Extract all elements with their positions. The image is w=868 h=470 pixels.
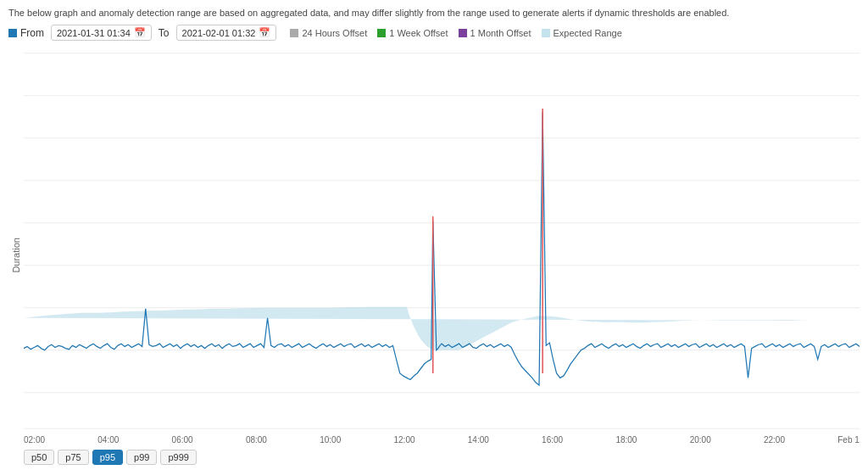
legend-color-box — [377, 29, 386, 37]
from-date-input[interactable]: 2021-01-31 01:34 📅 — [51, 25, 152, 41]
chart-svg: 0.26 0.24 0.22 0.20 0.18 0.16 0.14 0.12 … — [24, 46, 860, 434]
legend-label: Expected Range — [554, 28, 622, 38]
chart-area: Duration 0.26 0.24 — [8, 46, 860, 465]
x-tick: 04:00 — [97, 435, 119, 445]
x-axis-ticks: 02:0004:0006:0008:0010:0012:0014:0016:00… — [24, 434, 860, 446]
legend-color-box — [542, 29, 550, 37]
chart-content: 0.26 0.24 0.22 0.20 0.18 0.16 0.14 0.12 … — [24, 46, 860, 465]
legend-item-1-month-offset: 1 Month Offset — [459, 28, 531, 38]
legend-color-box — [290, 29, 298, 37]
legend-color-box — [459, 29, 467, 37]
percentile-button-p95[interactable]: p95 — [92, 450, 123, 465]
x-tick: 20:00 — [690, 435, 711, 445]
legend-item-expected-range: Expected Range — [542, 28, 622, 38]
percentile-button-p99[interactable]: p99 — [126, 450, 157, 465]
x-tick: 12:00 — [393, 435, 415, 445]
x-tick: 22:00 — [764, 435, 785, 445]
y-axis-label: Duration — [8, 46, 24, 465]
main-container: The below graph and anomaly detection ra… — [0, 0, 868, 470]
controls-row: From 2021-01-31 01:34 📅 To 2021-02-01 01… — [8, 25, 860, 41]
from-date-value: 2021-01-31 01:34 — [57, 28, 131, 38]
to-label: To — [159, 27, 170, 39]
x-tick: 10:00 — [320, 435, 341, 445]
percentile-button-p75[interactable]: p75 — [58, 450, 88, 465]
x-tick: 06:00 — [172, 435, 193, 445]
legend-item-24-hours-offset: 24 Hours Offset — [290, 28, 367, 38]
percentile-buttons: p50p75p95p99p999 — [24, 450, 860, 465]
x-tick: 02:00 — [24, 435, 45, 445]
from-calendar-icon[interactable]: 📅 — [134, 27, 146, 38]
percentile-button-p999[interactable]: p999 — [160, 450, 196, 465]
legend-label: 24 Hours Offset — [302, 28, 367, 38]
from-text: From — [20, 27, 44, 39]
to-calendar-icon[interactable]: 📅 — [259, 27, 270, 38]
x-tick: Feb 1 — [837, 435, 860, 445]
legend-label: 1 Week Offset — [389, 28, 448, 38]
to-date-value: 2021-02-01 01:32 — [182, 28, 256, 38]
legend: 24 Hours Offset1 Week Offset1 Month Offs… — [290, 28, 621, 38]
legend-label: 1 Month Offset — [470, 28, 531, 38]
x-tick: 16:00 — [542, 435, 563, 445]
from-color-indicator — [8, 29, 17, 37]
x-tick: 14:00 — [468, 435, 489, 445]
percentile-button-p50[interactable]: p50 — [24, 450, 54, 465]
legend-item-1-week-offset: 1 Week Offset — [377, 28, 448, 38]
from-label: From — [8, 27, 44, 39]
info-text: The below graph and anomaly detection ra… — [8, 7, 860, 20]
x-tick: 18:00 — [615, 435, 637, 445]
to-date-input[interactable]: 2021-02-01 01:32 📅 — [176, 25, 277, 41]
x-tick: 08:00 — [246, 435, 267, 445]
